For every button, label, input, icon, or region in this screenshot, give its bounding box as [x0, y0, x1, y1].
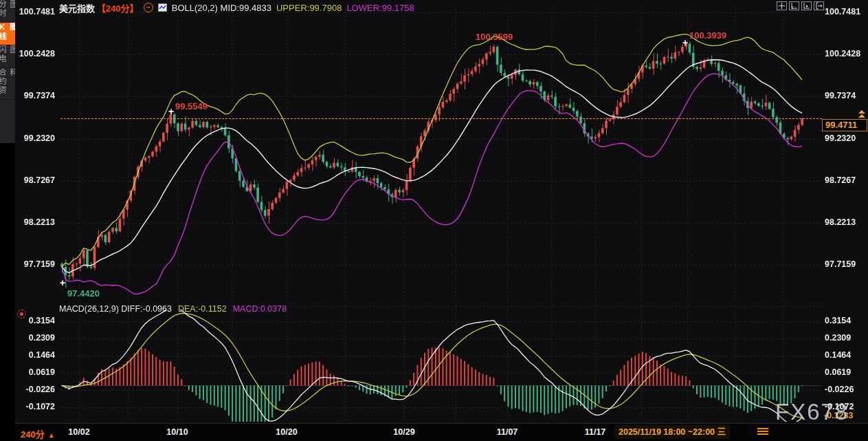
- trading-app: 分时图 K线图 闪电图 合约资料 美元指数 【240分】 − BOLL(20,2…: [0, 0, 868, 441]
- scale-play-icon[interactable]: [801, 1, 812, 10]
- current-price-line: [60, 118, 822, 119]
- chart-region: 美元指数 【240分】 − BOLL(20,2) MID:99.4833 UPP…: [15, 0, 868, 441]
- alert-starburst-icon[interactable]: [17, 310, 26, 319]
- scale-to-start-icon[interactable]: [789, 1, 799, 10]
- date-label: 10/29: [389, 427, 419, 437]
- crosshair-marker: +: [168, 107, 174, 116]
- axis-label: 0.3154: [825, 316, 851, 325]
- axis-label: 100.2428: [825, 49, 860, 58]
- crosshair-marker: +: [682, 38, 688, 47]
- date-label: 11/07: [492, 427, 522, 437]
- sidebar-tab-lightning-chart[interactable]: 闪电图: [0, 45, 15, 68]
- arrow-up-icon: ▲: [48, 431, 55, 439]
- macd-header: MACD(26,12,9) DIFF:-0.0963 DEA:-0.1152 M…: [59, 304, 287, 314]
- boll-upper-value: UPPER:99.7908: [276, 3, 342, 13]
- macd-name: MACD(26,12,9) DIFF:-0.0963: [59, 304, 172, 314]
- current-price-label: 99.4711: [822, 119, 867, 131]
- axis-label: 0.0619: [825, 367, 851, 377]
- axis-label: 99.7374: [15, 91, 55, 100]
- axis-label: -0.0226: [15, 385, 55, 394]
- axis-label: -0.0226: [825, 385, 854, 394]
- date-label: 10/20: [271, 427, 302, 437]
- annotation-peak1: 99.5549: [175, 101, 208, 111]
- axis-label: 98.2213: [825, 217, 856, 227]
- chart-toolbar: [777, 1, 824, 10]
- macd-value: MACD:0.0378: [233, 304, 287, 314]
- axis-label: 97.7159: [825, 259, 856, 269]
- annotation-low1: 97.4420: [67, 288, 100, 299]
- axis-label: 100.7481: [825, 7, 860, 17]
- boll-lower-value: LOWER:99.1758: [346, 3, 414, 13]
- axis-label: 97.7159: [15, 259, 55, 269]
- boll-name: BOLL(20,2) MID:99.4833: [172, 3, 271, 13]
- axis-label: 0.2309: [15, 333, 55, 343]
- axis-label: 0.2309: [825, 333, 851, 343]
- chart-header: 美元指数 【240分】 − BOLL(20,2) MID:99.4833 UPP…: [59, 2, 414, 13]
- crosshair-marker: +: [60, 278, 65, 288]
- axis-label: 0.1464: [825, 350, 851, 360]
- axis-label: 100.2428: [15, 49, 55, 58]
- sidebar-tab-time-chart[interactable]: 分时图: [0, 0, 15, 23]
- annotation-peak2: 100.3599: [476, 32, 513, 42]
- period-tag: 【240分】: [97, 1, 139, 14]
- axis-label: 98.7267: [15, 175, 55, 185]
- axis-label: 98.7267: [825, 175, 856, 185]
- candlestick-chart[interactable]: [15, 0, 868, 423]
- period-selector[interactable]: 240分▲: [21, 427, 55, 440]
- collapse-right-icon[interactable]: [814, 1, 824, 10]
- symbol-title: 美元指数: [59, 1, 95, 14]
- sidebar-tabs: 分时图 K线图 闪电图 合约资料: [0, 0, 15, 143]
- hamburger-icon[interactable]: [757, 428, 768, 436]
- axis-label: 0.1464: [15, 350, 55, 360]
- collapse-indicator-icon[interactable]: −: [144, 3, 153, 12]
- bottom-bar: 240分▲ 10/0210/1010/2010/2911/0711/17 202…: [15, 423, 868, 441]
- axis-label: -0.1072: [15, 402, 55, 411]
- macd-dea-value: DEA:-0.1152: [178, 304, 227, 314]
- date-label: 10/10: [162, 427, 192, 437]
- axis-label: 99.7374: [825, 91, 856, 100]
- sidebar-tab-kline-chart[interactable]: K线图: [0, 23, 15, 45]
- datetime-label[interactable]: 2025/11/19 18:00 ~22:00 三: [614, 425, 730, 439]
- watermark: FX678: [775, 399, 849, 425]
- crosshair-icon[interactable]: [777, 1, 787, 10]
- axis-label: 0.0619: [15, 367, 55, 377]
- axis-label: 98.2213: [15, 217, 55, 227]
- date-label: 11/17: [580, 427, 610, 437]
- axis-label: 99.2320: [825, 133, 856, 143]
- sidebar-tab-contract-info[interactable]: 合约资料: [0, 68, 15, 100]
- double-up-arrow-icon: [858, 110, 865, 118]
- axis-label: 99.2320: [15, 133, 55, 143]
- kline-icon: [158, 3, 167, 12]
- annotation-peak3: 100.3939: [689, 30, 726, 41]
- sidebar: 分时图 K线图 闪电图 合约资料: [0, 0, 15, 441]
- axis-label: 100.7481: [15, 7, 55, 17]
- date-label: 10/02: [64, 427, 94, 437]
